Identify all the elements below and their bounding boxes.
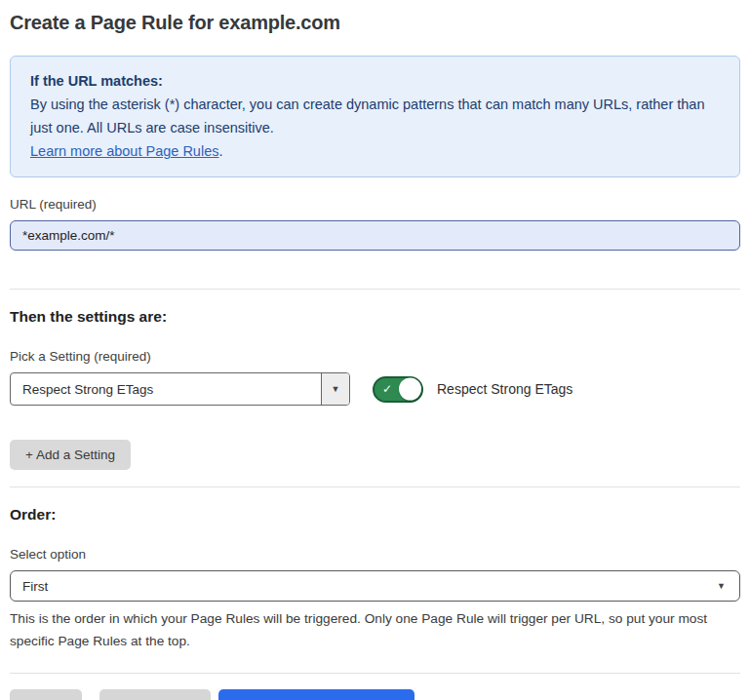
info-box-body-text: By using the asterisk (*) character, you… xyxy=(30,97,705,136)
toggle-knob xyxy=(399,378,421,401)
divider-after-settings xyxy=(10,486,740,487)
settings-section-heading: Then the settings are: xyxy=(10,308,740,326)
setting-select-value: Respect Strong ETags xyxy=(11,373,321,405)
order-help-text: This is the order in which your Page Rul… xyxy=(10,607,740,652)
url-match-info-box: If the URL matches: By using the asteris… xyxy=(10,56,740,177)
learn-more-link[interactable]: Learn more about Page Rules xyxy=(30,143,218,159)
info-box-body: By using the asterisk (*) character, you… xyxy=(30,93,720,163)
info-box-heading: If the URL matches: xyxy=(30,69,720,93)
order-select-label: Select option xyxy=(10,547,740,562)
cancel-button[interactable]: Cancel xyxy=(10,689,82,700)
order-select-value: First xyxy=(22,579,48,594)
order-section-heading: Order: xyxy=(10,506,740,524)
order-select[interactable]: First ▼ xyxy=(10,570,740,602)
setting-select-arrow-button[interactable]: ▼ xyxy=(321,373,349,405)
divider-footer xyxy=(10,673,740,674)
save-and-deploy-button[interactable]: Save and Deploy Page Rule xyxy=(218,689,415,700)
url-input[interactable] xyxy=(10,220,740,251)
setting-row: Respect Strong ETags ▼ ✓ Respect Strong … xyxy=(10,372,740,406)
pick-setting-label: Pick a Setting (required) xyxy=(10,349,740,364)
page-title: Create a Page Rule for example.com xyxy=(10,12,740,34)
footer-actions: Cancel Save as Draft Save and Deploy Pag… xyxy=(10,689,740,700)
toggle-label: Respect Strong ETags xyxy=(437,381,572,397)
chevron-down-icon: ▼ xyxy=(332,385,340,394)
setting-toggle[interactable]: ✓ xyxy=(373,376,423,403)
link-period: . xyxy=(218,143,222,159)
create-page-rule-form: Create a Page Rule for example.com If th… xyxy=(0,0,750,700)
url-field-label: URL (required) xyxy=(10,197,740,212)
chevron-down-icon: ▼ xyxy=(717,582,726,591)
divider-after-url xyxy=(10,289,740,290)
setting-select[interactable]: Respect Strong ETags ▼ xyxy=(10,372,350,406)
save-as-draft-button[interactable]: Save as Draft xyxy=(99,689,211,700)
add-setting-button[interactable]: + Add a Setting xyxy=(10,440,131,470)
checkmark-icon: ✓ xyxy=(382,382,392,396)
